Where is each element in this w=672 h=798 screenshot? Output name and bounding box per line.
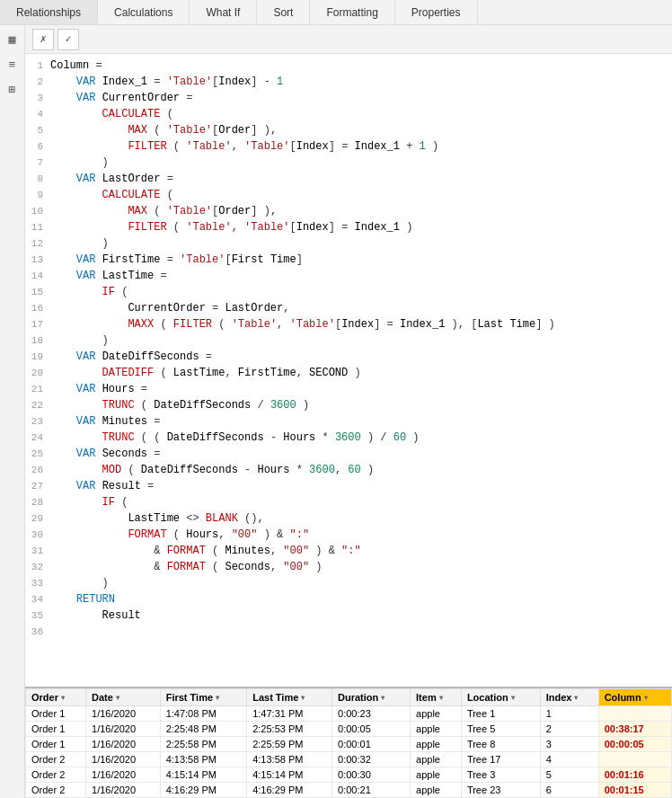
cell-item: apple (411, 722, 462, 737)
line-content[interactable]: ) (50, 155, 672, 171)
line-content[interactable]: CALCULATE ( (50, 187, 672, 203)
line-number: 2 (25, 74, 50, 90)
line-content[interactable]: VAR Result = (50, 478, 672, 494)
code-line-19: 19 VAR DateDiffSeconds = (25, 349, 672, 365)
sidebar-icon-table[interactable]: ≡ (4, 58, 22, 72)
line-content[interactable]: VAR Minutes = (50, 413, 672, 430)
dropdown-arrow[interactable]: ▾ (116, 694, 119, 702)
code-line-29: 29 LastTime <> BLANK (), (25, 510, 672, 527)
line-content[interactable]: Result (50, 607, 672, 624)
cell-date: 1/16/2020 (86, 737, 161, 752)
dropdown-arrow[interactable]: ▾ (216, 694, 219, 702)
col-header-index[interactable]: Index▾ (540, 689, 598, 706)
line-number: 4 (25, 106, 50, 122)
code-line-16: 16 CurrentOrder = LastOrder, (25, 300, 672, 316)
line-content[interactable]: & FORMAT ( Seconds, "00" ) (50, 559, 672, 575)
line-content[interactable]: VAR Hours = (50, 381, 672, 397)
line-content[interactable]: VAR FirstTime = 'Table'[First Time] (50, 252, 672, 268)
code-line-7: 7 ) (25, 155, 672, 171)
cancel-button[interactable]: ✗ (32, 29, 54, 50)
code-line-36: 36 (25, 624, 672, 640)
dropdown-arrow[interactable]: ▾ (381, 694, 385, 702)
line-content[interactable]: CurrentOrder = LastOrder, (50, 300, 672, 316)
editor-area: ✗ ✓ 1Column =2 VAR Index_1 = 'Table'[Ind… (25, 25, 672, 798)
line-content[interactable]: ) (50, 235, 672, 252)
line-content[interactable]: VAR Index_1 = 'Table'[Index] - 1 (50, 74, 672, 90)
dropdown-arrow[interactable]: ▾ (511, 694, 515, 702)
line-content[interactable]: MAX ( 'Table'[Order] ), (50, 203, 672, 219)
line-number: 32 (25, 559, 50, 575)
col-header-first_time[interactable]: First Time▾ (160, 689, 247, 706)
line-content[interactable]: CALCULATE ( (50, 106, 672, 122)
cell-first_time: 4:16:29 PM (160, 783, 247, 798)
line-number: 11 (25, 219, 50, 235)
sidebar-icon-model[interactable]: ⊞ (4, 83, 22, 97)
cell-first_time: 2:25:58 PM (160, 737, 247, 752)
line-content[interactable]: MAXX ( FILTER ( 'Table', 'Table'[Index] … (50, 316, 672, 332)
cell-item: apple (411, 783, 462, 798)
code-line-6: 6 FILTER ( 'Table', 'Table'[Index] = Ind… (25, 138, 672, 155)
line-content[interactable]: LastTime <> BLANK (), (50, 510, 672, 527)
code-line-13: 13 VAR FirstTime = 'Table'[First Time] (25, 252, 672, 268)
nav-properties[interactable]: Properties (395, 0, 478, 24)
code-line-28: 28 IF ( (25, 494, 672, 510)
code-line-5: 5 MAX ( 'Table'[Order] ), (25, 122, 672, 138)
line-content[interactable]: TRUNC ( DateDiffSeconds / 3600 ) (50, 397, 672, 413)
col-header-column[interactable]: Column▾ (598, 689, 671, 706)
line-content[interactable]: MOD ( DateDiffSeconds - Hours * 3600, 60… (50, 462, 672, 478)
code-line-17: 17 MAXX ( FILTER ( 'Table', 'Table'[Inde… (25, 316, 672, 332)
line-content[interactable]: FILTER ( 'Table', 'Table'[Index] = Index… (50, 138, 672, 155)
line-content[interactable]: VAR LastTime = (50, 268, 672, 284)
nav-formatting[interactable]: Formatting (310, 0, 394, 24)
nav-sort[interactable]: Sort (257, 0, 310, 24)
line-content[interactable]: & FORMAT ( Minutes, "00" ) & ":" (50, 543, 672, 559)
cell-order: Order 1 (26, 722, 86, 737)
cell-location: Tree 3 (461, 767, 540, 783)
table-row: Order 21/16/20204:16:29 PM4:16:29 PM0:00… (26, 783, 672, 798)
line-content[interactable]: RETURN (50, 591, 672, 607)
line-content[interactable]: VAR Seconds = (50, 446, 672, 462)
line-content[interactable]: TRUNC ( ( DateDiffSeconds - Hours * 3600… (50, 430, 672, 446)
dropdown-arrow[interactable]: ▾ (644, 694, 648, 702)
dropdown-arrow[interactable]: ▾ (574, 694, 578, 702)
code-line-26: 26 MOD ( DateDiffSeconds - Hours * 3600,… (25, 462, 672, 478)
line-content[interactable]: Column = (50, 58, 672, 74)
line-content[interactable]: VAR DateDiffSeconds = (50, 349, 672, 365)
line-number: 31 (25, 543, 50, 559)
line-content[interactable]: DATEDIFF ( LastTime, FirstTime, SECOND ) (50, 365, 672, 381)
cell-item: apple (411, 706, 462, 722)
code-line-10: 10 MAX ( 'Table'[Order] ), (25, 203, 672, 219)
cell-column (598, 752, 671, 767)
col-header-last_time[interactable]: Last Time▾ (247, 689, 332, 706)
line-content[interactable]: FILTER ( 'Table', 'Table'[Index] = Index… (50, 219, 672, 235)
cell-date: 1/16/2020 (86, 767, 161, 783)
table-row: Order 21/16/20204:15:14 PM4:15:14 PM0:00… (26, 767, 672, 783)
code-editor[interactable]: 1Column =2 VAR Index_1 = 'Table'[Index] … (25, 54, 672, 687)
col-header-date[interactable]: Date▾ (86, 689, 161, 706)
sidebar-icon-chart[interactable]: ▦ (4, 32, 22, 47)
cell-order: Order 2 (26, 752, 86, 767)
nav-calculations[interactable]: Calculations (98, 0, 190, 24)
line-content[interactable]: ) (50, 332, 672, 349)
code-line-35: 35 Result (25, 607, 672, 624)
line-content[interactable]: ) (50, 575, 672, 591)
col-header-location[interactable]: Location▾ (461, 689, 540, 706)
dropdown-arrow[interactable]: ▾ (301, 694, 305, 702)
line-content[interactable]: FORMAT ( Hours, "00" ) & ":" (50, 527, 672, 543)
col-header-duration[interactable]: Duration▾ (332, 689, 411, 706)
cell-duration: 0:00:21 (332, 783, 411, 798)
dropdown-arrow[interactable]: ▾ (439, 694, 443, 702)
dropdown-arrow[interactable]: ▾ (61, 694, 65, 702)
col-header-order[interactable]: Order▾ (26, 689, 86, 706)
nav-what-if[interactable]: What If (190, 0, 257, 24)
cell-last_time: 1:47:31 PM (247, 706, 332, 722)
line-content[interactable]: MAX ( 'Table'[Order] ), (50, 122, 672, 138)
line-content[interactable]: IF ( (50, 284, 672, 300)
col-header-item[interactable]: Item▾ (411, 689, 462, 706)
line-content[interactable]: VAR LastOrder = (50, 171, 672, 187)
line-content[interactable]: IF ( (50, 494, 672, 510)
line-number: 24 (25, 430, 50, 446)
line-content[interactable]: VAR CurrentOrder = (50, 90, 672, 106)
confirm-button[interactable]: ✓ (57, 29, 79, 50)
nav-relationships[interactable]: Relationships (0, 0, 98, 24)
